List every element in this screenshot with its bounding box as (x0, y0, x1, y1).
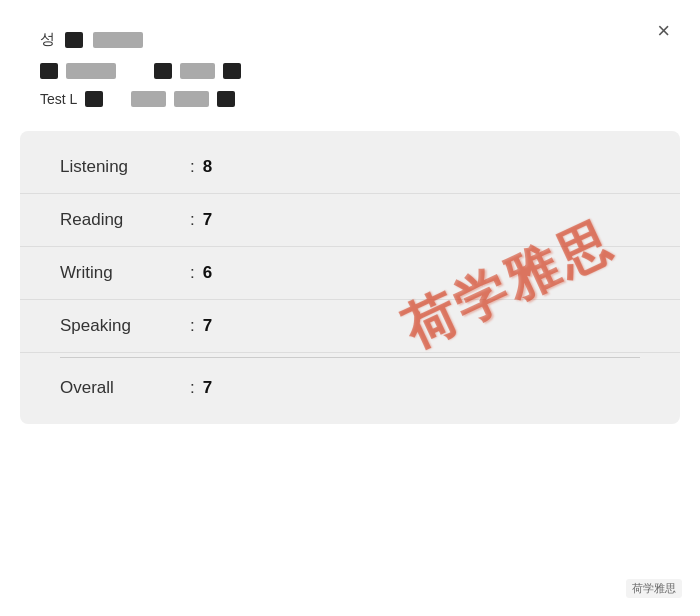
redacted-test-2 (131, 91, 166, 107)
close-button[interactable]: × (657, 20, 670, 42)
overall-label: Overall (60, 378, 190, 398)
writing-score: 6 (203, 263, 212, 283)
writing-label: Writing (60, 263, 190, 283)
watermark-small: 荷学雅思 (626, 579, 682, 598)
redacted-name-1 (65, 32, 83, 48)
info-row (40, 63, 660, 79)
score-row-writing: Writing : 6 (20, 247, 680, 300)
speaking-separator: : (190, 316, 195, 336)
header-section: 성 Test L (0, 0, 700, 131)
score-row-reading: Reading : 7 (20, 194, 680, 247)
reading-score: 7 (203, 210, 212, 230)
listening-separator: : (190, 157, 195, 177)
name-row: 성 (40, 30, 660, 49)
redacted-info-1 (40, 63, 58, 79)
speaking-score: 7 (203, 316, 212, 336)
score-divider (60, 357, 640, 358)
redacted-info-2 (66, 63, 116, 79)
reading-label: Reading (60, 210, 190, 230)
score-row-overall: Overall : 7 (20, 362, 680, 414)
redacted-info-3 (154, 63, 172, 79)
score-row-listening: Listening : 8 (20, 141, 680, 194)
overall-score: 7 (203, 378, 212, 398)
listening-label: Listening (60, 157, 190, 177)
name-prefix-label: 성 (40, 30, 55, 49)
overall-separator: : (190, 378, 195, 398)
redacted-name-2 (93, 32, 143, 48)
speaking-label: Speaking (60, 316, 190, 336)
redacted-info-5 (223, 63, 241, 79)
redacted-info-4 (180, 63, 215, 79)
redacted-test-4 (217, 91, 235, 107)
reading-separator: : (190, 210, 195, 230)
scores-section: Listening : 8 Reading : 7 Writing : 6 Sp… (20, 131, 680, 424)
listening-score: 8 (203, 157, 212, 177)
redacted-test-3 (174, 91, 209, 107)
test-label: Test L (40, 91, 77, 107)
redacted-test-1 (85, 91, 103, 107)
score-row-speaking: Speaking : 7 (20, 300, 680, 353)
writing-separator: : (190, 263, 195, 283)
test-row: Test L (40, 91, 660, 107)
